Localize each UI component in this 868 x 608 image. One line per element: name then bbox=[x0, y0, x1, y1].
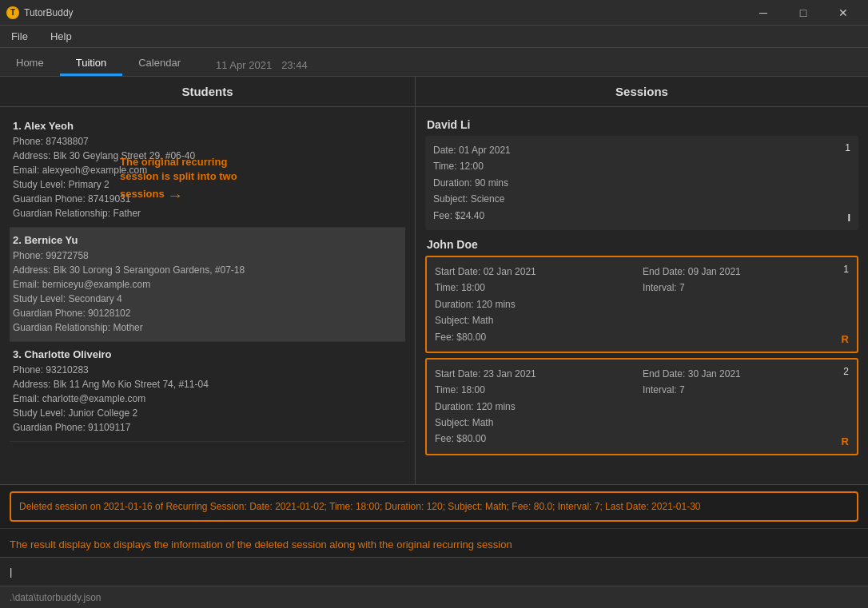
title-bar: T TutorBuddy ─ □ ✕ bbox=[0, 0, 868, 26]
close-button[interactable]: ✕ bbox=[825, 3, 862, 22]
panels-row: Students 1. Alex Yeoh Phone: 87438807 Ad… bbox=[0, 77, 868, 484]
session-john-2-right: End Date: 30 Jan 2021 Interval: 7 bbox=[643, 366, 849, 447]
command-input[interactable] bbox=[10, 566, 858, 578]
current-date: 11 Apr 2021 bbox=[216, 59, 272, 71]
students-list[interactable]: 1. Alex Yeoh Phone: 87438807 Address: Bl… bbox=[0, 107, 415, 484]
session-john-2-left: Start Date: 23 Jan 2021 Time: 18:00 Dura… bbox=[435, 366, 641, 447]
students-header: Students bbox=[0, 77, 415, 107]
maximize-button[interactable]: □ bbox=[785, 3, 822, 22]
session-john-card-2: Start Date: 23 Jan 2021 Time: 18:00 Dura… bbox=[425, 358, 858, 455]
session-john-2-badge: R bbox=[842, 435, 849, 447]
content-area: Students 1. Alex Yeoh Phone: 87438807 Ad… bbox=[0, 77, 868, 586]
student-detail-bernice: Phone: 99272758 Address: Blk 30 Lorong 3… bbox=[13, 248, 402, 335]
result-box: Deleted session on 2021-01-16 of Recurri… bbox=[10, 491, 858, 522]
session-person-david: David Li bbox=[425, 113, 858, 136]
menu-help[interactable]: Help bbox=[46, 29, 77, 44]
session-david-detail: Date: 01 Apr 2021 Time: 12:00 Duration: … bbox=[433, 142, 850, 224]
session-john-1-number: 1 bbox=[843, 264, 849, 275]
app-title: TutorBuddy bbox=[24, 7, 74, 18]
app-icon: T bbox=[6, 6, 19, 19]
students-panel: Students 1. Alex Yeoh Phone: 87438807 Ad… bbox=[0, 77, 416, 484]
app-window: T TutorBuddy ─ □ ✕ File Help Home Tuitio… bbox=[0, 0, 868, 608]
tab-tuition[interactable]: Tuition bbox=[60, 52, 123, 76]
title-bar-controls: ─ □ ✕ bbox=[745, 3, 862, 22]
minimize-button[interactable]: ─ bbox=[745, 3, 782, 22]
student-name-bernice: 2. Bernice Yu bbox=[13, 234, 402, 246]
session-john-2-grid: Start Date: 23 Jan 2021 Time: 18:00 Dura… bbox=[435, 366, 849, 447]
tab-datetime: 11 Apr 2021 23:44 bbox=[209, 54, 314, 76]
session-david-badge: I bbox=[847, 212, 850, 224]
tab-home[interactable]: Home bbox=[0, 52, 60, 76]
session-john-1-right: End Date: 09 Jan 2021 Interval: 7 bbox=[643, 264, 849, 345]
student-name-charlotte: 3. Charlotte Oliveiro bbox=[13, 348, 402, 360]
tab-bar: Home Tuition Calendar 11 Apr 2021 23:44 bbox=[0, 48, 868, 77]
status-bar: .\data\tutorbuddy.json bbox=[0, 586, 868, 608]
menu-file[interactable]: File bbox=[6, 29, 33, 44]
session-john-1-left: Start Date: 02 Jan 2021 Time: 18:00 Dura… bbox=[435, 264, 641, 345]
sessions-panel: Sessions David Li Date: 01 Apr 2021 Time… bbox=[416, 77, 868, 484]
arrow-right-icon: → bbox=[167, 184, 183, 206]
student-name-alex: 1. Alex Yeoh bbox=[13, 120, 402, 132]
session-john-2-number: 2 bbox=[843, 366, 849, 377]
student-item-bernice[interactable]: 2. Bernice Yu Phone: 99272758 Address: B… bbox=[10, 228, 405, 342]
session-david-number: 1 bbox=[845, 142, 850, 153]
student-detail-charlotte: Phone: 93210283 Address: Blk 11 Ang Mo K… bbox=[13, 363, 402, 435]
title-bar-left: T TutorBuddy bbox=[6, 6, 74, 19]
session-john-card-1: Start Date: 02 Jan 2021 Time: 18:00 Dura… bbox=[425, 256, 858, 353]
session-john-1-badge: R bbox=[842, 333, 849, 345]
session-person-john: John Doe bbox=[425, 233, 858, 256]
bottom-area: Deleted session on 2021-01-16 of Recurri… bbox=[0, 484, 868, 586]
session-david-card: Date: 01 Apr 2021 Time: 12:00 Duration: … bbox=[425, 136, 858, 230]
annotation-text: The result display box displays the info… bbox=[10, 535, 858, 554]
session-john-1-grid: Start Date: 02 Jan 2021 Time: 18:00 Dura… bbox=[435, 264, 849, 345]
split-annotation: The original recurring session is split … bbox=[120, 155, 256, 206]
sessions-content[interactable]: David Li Date: 01 Apr 2021 Time: 12:00 D… bbox=[416, 107, 868, 484]
status-path: .\data\tutorbuddy.json bbox=[10, 592, 102, 603]
current-time: 23:44 bbox=[281, 59, 308, 71]
menu-bar: File Help bbox=[0, 26, 868, 48]
result-text: Deleted session on 2021-01-16 of Recurri… bbox=[19, 501, 701, 512]
annotation-area: The result display box displays the info… bbox=[0, 528, 868, 557]
sessions-header: Sessions bbox=[416, 77, 868, 107]
input-area[interactable] bbox=[0, 557, 868, 586]
tab-calendar[interactable]: Calendar bbox=[122, 52, 197, 76]
student-item-charlotte[interactable]: 3. Charlotte Oliveiro Phone: 93210283 Ad… bbox=[10, 342, 405, 442]
